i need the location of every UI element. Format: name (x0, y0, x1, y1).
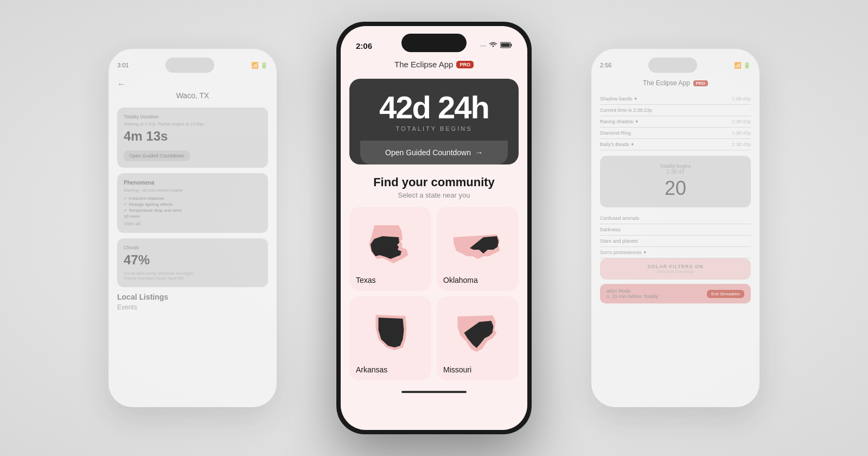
state-grid: Texas Oklahoma (341, 207, 527, 381)
svg-rect-2 (501, 43, 510, 47)
wifi-icon (489, 42, 497, 50)
bailys-beads-value: 1:38:43p (732, 142, 751, 147)
local-listings: Local Listings (117, 293, 268, 301)
phone-center: 2:06 ···· (336, 22, 532, 434)
countdown-card[interactable]: 42d 24h TOTALITY BEGINS Open Guided Coun… (349, 79, 519, 164)
phenomena-card: Phenomena Starting ~30 min before totali… (117, 173, 268, 233)
phenomena-sub: Starting ~30 min before totality (124, 188, 261, 193)
right-racing-shadow: Racing shadow ✦ 1:38:43p (600, 116, 751, 128)
solar-filters-label: SOLAR FILTERS ON (605, 264, 745, 269)
phenomena-item-3: ✓ Temperature drop and wind (124, 208, 261, 213)
home-bar (401, 391, 467, 393)
diamond-ring-value: 1:38:43p (732, 130, 751, 136)
totality-label: Totality Duration (124, 114, 261, 119)
right-status-bar: 2:56 📶 🔋 (600, 58, 751, 73)
svg-rect-1 (511, 44, 512, 47)
open-guided-countdown-btn[interactable]: Open Guided Countdown → (360, 141, 508, 164)
right-pro-badge: PRO (693, 80, 708, 86)
clouds-card: Clouds 47% Cloud data using historical a… (117, 238, 268, 287)
right-darkness: Darkness (600, 224, 751, 236)
missouri-shape-icon (452, 311, 503, 357)
left-icons: 📶 🔋 (251, 62, 268, 69)
right-current-time: Current time is 2:38:23p (600, 105, 751, 116)
texas-shape-icon (363, 220, 418, 269)
shadow-bands-label: Shadow bands ✦ (600, 96, 638, 102)
simulation-info: ation Mode n, 15 min before Totality (607, 288, 658, 299)
diamond-ring-label: Diamond Ring (600, 130, 631, 136)
missouri-label: Missouri (443, 365, 471, 374)
phenomena-item-1: ✓ Crescent shadows (124, 196, 261, 201)
totality-value: 4m 13s (124, 129, 261, 144)
dynamic-island (401, 34, 467, 52)
right-bailys-beads: Baily's Beads ✦ 1:38:43p (600, 139, 751, 150)
state-card-arkansas[interactable]: Arkansas (349, 296, 431, 381)
clouds-value: 47% (124, 252, 261, 268)
confused-animals-label: Confused animals (600, 216, 639, 221)
phone-right: 2:56 📶 🔋 The Eclipse App PRO Shadow band… (591, 49, 760, 407)
community-subtitle: Select a state near you (349, 191, 519, 199)
simulation-sub-label: n, 15 min before Totality (607, 294, 658, 299)
texas-label: Texas (356, 276, 376, 284)
exit-simulation-btn[interactable]: Exit Simulation (707, 290, 744, 298)
right-totality-card: Totality begins 1:38:43 20 (600, 156, 751, 207)
right-app-title-row: The Eclipse App PRO (600, 79, 751, 87)
center-time: 2:06 (356, 41, 372, 50)
stars-planets-label: Stars and planets (600, 238, 638, 244)
totality-time-label: 1:38:43 (608, 169, 743, 175)
phenomena-title: Phenomena (124, 180, 261, 186)
phenomena-item-2: ✓ Strange lighting effects (124, 202, 261, 207)
darkness-label: Darkness (600, 227, 621, 232)
events-label: Events (117, 303, 268, 311)
guided-countdown-btn-left[interactable]: Open Guided Countdown (124, 150, 190, 161)
racing-shadow-value: 1:38:43p (732, 119, 751, 124)
right-app-title: The Eclipse App (643, 79, 690, 87)
right-time: 2:56 (600, 62, 611, 68)
totality-sub: Starting at 1:37p. Partial begins at 12:… (124, 122, 261, 126)
right-sun-prominences: Sun's prominences ✦ (600, 247, 751, 258)
countdown-btn-label: Open Guided Countdown (385, 148, 471, 157)
solar-filters-card: SOLAR FILTERS ON 99% Sun Coverage (600, 258, 751, 280)
clouds-sub: Cloud data using historical averages (124, 271, 261, 276)
back-arrow[interactable]: ← (117, 79, 268, 89)
oklahoma-shape-icon (451, 226, 505, 264)
left-pill (165, 58, 214, 73)
sun-prominences-label: Sun's prominences ✦ (600, 250, 647, 255)
home-indicator (341, 384, 527, 400)
phenomena-item-4: 10 more (124, 214, 261, 219)
arkansas-label: Arkansas (356, 365, 387, 374)
right-diamond-ring: Diamond Ring 1:38:43p (600, 128, 751, 139)
state-card-oklahoma[interactable]: Oklahoma (437, 207, 519, 291)
view-all-link[interactable]: View all (124, 221, 261, 226)
bailys-beads-label: Baily's Beads ✦ (600, 142, 635, 147)
community-title: Find your community (349, 175, 519, 189)
state-card-missouri[interactable]: Missouri (437, 296, 519, 381)
simulation-mode-label: ation Mode (607, 288, 658, 294)
community-section: Find your community Select a state near … (341, 164, 527, 207)
racing-shadow-label: Racing shadow ✦ (600, 119, 639, 124)
totality-begins-label: Totality begins (608, 163, 743, 169)
simulation-bar: ation Mode n, 15 min before Totality Exi… (600, 284, 751, 303)
right-stars-planets: Stars and planets (600, 236, 751, 247)
right-shadow-bands: Shadow bands ✦ 1:38:43p (600, 93, 751, 105)
totality-countdown-value: 20 (608, 177, 743, 200)
state-card-texas[interactable]: Texas (349, 207, 431, 291)
solar-coverage-label: 99% Sun Coverage (605, 269, 745, 274)
left-status-bar: 3:01 📶 🔋 (117, 58, 268, 73)
oklahoma-label: Oklahoma (443, 276, 478, 284)
right-confused-animals: Confused animals (600, 213, 751, 224)
phone-left: 3:01 📶 🔋 ← Waco, TX Totality Duration St… (108, 49, 277, 407)
right-icons: 📶 🔋 (734, 62, 751, 69)
center-app-title: The Eclipse App (394, 60, 453, 69)
current-time-label: Current time is 2:38:23p (600, 107, 652, 113)
left-location: Waco, TX (117, 91, 268, 100)
shadow-bands-value: 1:38:43p (732, 96, 751, 102)
arkansas-shape-icon (367, 309, 413, 358)
center-status-icons: ···· (480, 41, 512, 50)
center-nav: The Eclipse App PRO (341, 56, 527, 74)
center-screen: 2:06 ···· (341, 26, 527, 430)
totality-duration-card: Totality Duration Starting at 1:37p. Par… (117, 107, 268, 168)
scene: 3:01 📶 🔋 ← Waco, TX Totality Duration St… (0, 0, 868, 456)
battery-icon (500, 41, 512, 50)
left-time: 3:01 (117, 62, 129, 68)
center-pro-badge: PRO (456, 61, 474, 68)
